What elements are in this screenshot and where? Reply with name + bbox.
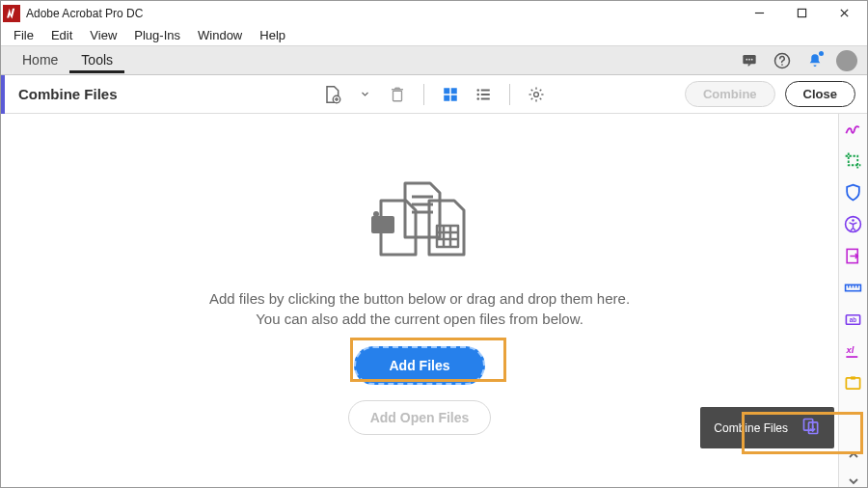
tooltip-label: Combine Files — [714, 421, 788, 435]
svg-rect-27 — [481, 97, 490, 99]
instruction-line2: You can also add the current open files … — [209, 309, 630, 329]
svg-line-35 — [531, 97, 533, 99]
list-view-icon[interactable] — [469, 81, 498, 108]
right-tool-rail: ab xl — [838, 114, 867, 487]
add-files-button[interactable]: Add Files — [354, 346, 484, 385]
app-title: Adobe Acrobat Pro DC — [26, 7, 738, 20]
tool-right-controls: Combine Close — [685, 81, 855, 107]
svg-point-26 — [476, 97, 479, 100]
avatar[interactable] — [836, 50, 857, 71]
svg-rect-18 — [444, 88, 449, 94]
svg-point-24 — [476, 93, 479, 95]
svg-line-33 — [531, 89, 533, 91]
svg-point-48 — [852, 219, 854, 222]
menu-file[interactable]: File — [5, 26, 42, 44]
combine-files-tooltip: Combine Files — [700, 407, 834, 448]
add-file-icon[interactable] — [317, 81, 346, 108]
svg-rect-19 — [451, 88, 457, 94]
svg-rect-50 — [846, 285, 861, 290]
tool-accent — [1, 75, 5, 114]
add-open-files-button[interactable]: Add Open Files — [348, 400, 492, 435]
svg-point-7 — [751, 58, 753, 60]
svg-point-9 — [781, 64, 783, 66]
rail-compare-icon[interactable] — [844, 374, 863, 393]
menu-edit[interactable]: Edit — [42, 26, 81, 44]
tabrow: Home Tools — [1, 46, 867, 75]
menubar: File Edit View Plug-Ins Window Help — [1, 25, 867, 46]
titlebar: Adobe Acrobat Pro DC — [1, 1, 867, 25]
svg-rect-20 — [444, 95, 449, 100]
rail-scroll-up-icon[interactable] — [844, 448, 863, 461]
rail-scroll-down-icon[interactable] — [844, 474, 863, 487]
svg-line-36 — [540, 89, 542, 91]
rail-accessibility-icon[interactable] — [844, 215, 863, 233]
chat-icon[interactable] — [738, 49, 761, 72]
files-illustration-icon — [362, 176, 477, 271]
rail-signature-icon[interactable] — [844, 120, 863, 138]
tab-home[interactable]: Home — [11, 47, 69, 73]
svg-rect-40 — [371, 216, 394, 233]
svg-line-34 — [540, 97, 542, 99]
svg-rect-59 — [846, 378, 859, 389]
svg-rect-13 — [393, 91, 402, 101]
window-controls — [738, 1, 865, 25]
menu-plugins[interactable]: Plug-Ins — [125, 26, 189, 44]
svg-text:xl: xl — [845, 344, 854, 355]
tool-center-controls — [317, 81, 551, 108]
grid-view-icon[interactable] — [436, 81, 465, 108]
rail-measure-icon[interactable] — [844, 279, 863, 297]
menu-window[interactable]: Window — [189, 26, 251, 44]
divider — [423, 84, 424, 105]
minimize-button[interactable] — [738, 1, 780, 25]
close-button[interactable] — [823, 1, 865, 25]
app-icon — [3, 5, 20, 22]
instruction-line1: Add files by clicking the button below o… — [209, 288, 630, 309]
menu-view[interactable]: View — [81, 26, 125, 44]
svg-point-28 — [534, 92, 539, 96]
rail-export-icon[interactable] — [844, 247, 863, 265]
rail-shield-icon[interactable] — [844, 183, 863, 202]
tool-title: Combine Files — [18, 86, 118, 102]
svg-point-6 — [748, 58, 750, 60]
tool-header: Combine Files Combine Close — [1, 75, 867, 114]
rail-redact-icon[interactable]: xl — [844, 342, 863, 361]
svg-rect-23 — [481, 89, 490, 91]
chevron-down-icon[interactable] — [350, 81, 379, 108]
help-icon[interactable] — [771, 49, 794, 72]
instruction-text: Add files by clicking the button below o… — [209, 288, 630, 329]
trash-icon[interactable] — [383, 81, 412, 108]
combine-files-icon — [801, 417, 821, 439]
svg-point-41 — [373, 211, 379, 217]
svg-rect-21 — [451, 95, 457, 100]
divider — [509, 84, 510, 105]
tab-tools[interactable]: Tools — [69, 47, 124, 73]
close-tool-button[interactable]: Close — [785, 81, 855, 107]
svg-point-22 — [476, 89, 479, 92]
gear-icon[interactable] — [522, 81, 551, 108]
menu-help[interactable]: Help — [251, 26, 294, 44]
svg-rect-25 — [481, 94, 490, 95]
svg-point-5 — [746, 58, 747, 60]
rail-crop-icon[interactable] — [844, 151, 863, 170]
svg-rect-60 — [851, 376, 855, 379]
notifications-icon[interactable] — [803, 49, 827, 72]
maximize-button[interactable] — [780, 1, 823, 25]
rail-stamp-icon[interactable]: ab — [844, 311, 863, 329]
combine-button[interactable]: Combine — [685, 81, 775, 107]
svg-text:ab: ab — [850, 316, 857, 323]
svg-rect-1 — [798, 9, 805, 16]
